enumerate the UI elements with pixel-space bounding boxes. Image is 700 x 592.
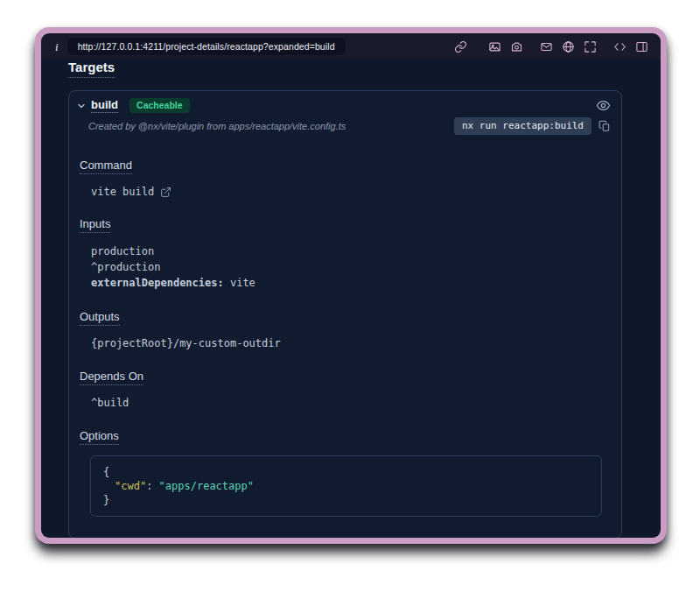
external-link-icon	[160, 187, 172, 198]
section-heading-command: Command	[80, 159, 132, 174]
options-code-block: { "cwd": "apps/reactapp" }	[90, 455, 602, 517]
visibility-button-build[interactable]	[596, 98, 611, 113]
inputs-list: production ^production externalDependenc…	[91, 243, 611, 291]
json-close-brace: }	[103, 494, 109, 506]
target-name-build[interactable]: build	[91, 98, 118, 113]
url-bar[interactable]: http://127.0.0.1:4211/project-details/re…	[67, 38, 346, 55]
sidebar-layout-icon[interactable]	[635, 40, 648, 53]
command-row: vite build	[91, 186, 611, 198]
url-text: http://127.0.0.1:4211/project-details/re…	[78, 41, 335, 52]
json-key: "cwd"	[115, 480, 146, 492]
created-by-text: Created by @nx/vite/plugin from apps/rea…	[88, 121, 447, 131]
info-icon[interactable]: i	[55, 41, 59, 53]
command-value: vite build	[91, 186, 154, 198]
code-icon[interactable]	[613, 40, 626, 53]
input-item: ^production	[91, 259, 611, 275]
target-card-build: build Cacheable Created by @nx/vite/plug…	[68, 90, 622, 538]
build-card-subheader: Created by @nx/vite/plugin from apps/rea…	[69, 115, 621, 143]
page-content: Targets build Cacheable Created by @nx/v…	[41, 60, 661, 538]
section-heading-inputs: Inputs	[80, 217, 110, 233]
open-command-button[interactable]	[160, 187, 172, 198]
json-line: "cwd": "apps/reactapp"	[103, 479, 254, 493]
screenshot-icon[interactable]	[488, 40, 501, 53]
camera-icon[interactable]	[510, 40, 523, 53]
titlebar-actions	[454, 40, 648, 53]
run-command-chip[interactable]: nx run reactapp:build	[454, 117, 592, 135]
build-card-body: Command vite build Inputs production ^pr…	[69, 143, 621, 538]
mail-icon[interactable]	[540, 40, 553, 53]
page-title: Targets	[68, 60, 115, 78]
copy-icon	[598, 120, 611, 132]
chevron-down-icon[interactable]	[76, 101, 87, 111]
eye-icon	[596, 98, 611, 113]
cacheable-badge: Cacheable	[130, 98, 190, 113]
fullscreen-icon[interactable]	[584, 40, 597, 53]
depends-on-item: ^build	[91, 396, 611, 410]
json-value: "apps/reactapp"	[159, 480, 254, 492]
browser-titlebar: i http://127.0.0.1:4211/project-details/…	[41, 33, 661, 60]
section-heading-outputs: Outputs	[80, 310, 120, 326]
app-window: i http://127.0.0.1:4211/project-details/…	[35, 27, 667, 544]
section-heading-depends-on: Depends On	[80, 370, 144, 385]
copy-button[interactable]	[598, 120, 611, 132]
json-colon: :	[146, 480, 158, 492]
output-item: {projectRoot}/my-custom-outdir	[91, 336, 611, 350]
input-item: production	[91, 243, 611, 259]
input-item-external-deps: externalDependencies: vite	[91, 275, 611, 291]
globe-icon[interactable]	[562, 40, 575, 53]
build-card-header[interactable]: build Cacheable	[69, 91, 621, 115]
link-icon[interactable]	[454, 40, 467, 53]
json-open-brace: {	[103, 466, 109, 478]
section-heading-options: Options	[80, 429, 119, 445]
